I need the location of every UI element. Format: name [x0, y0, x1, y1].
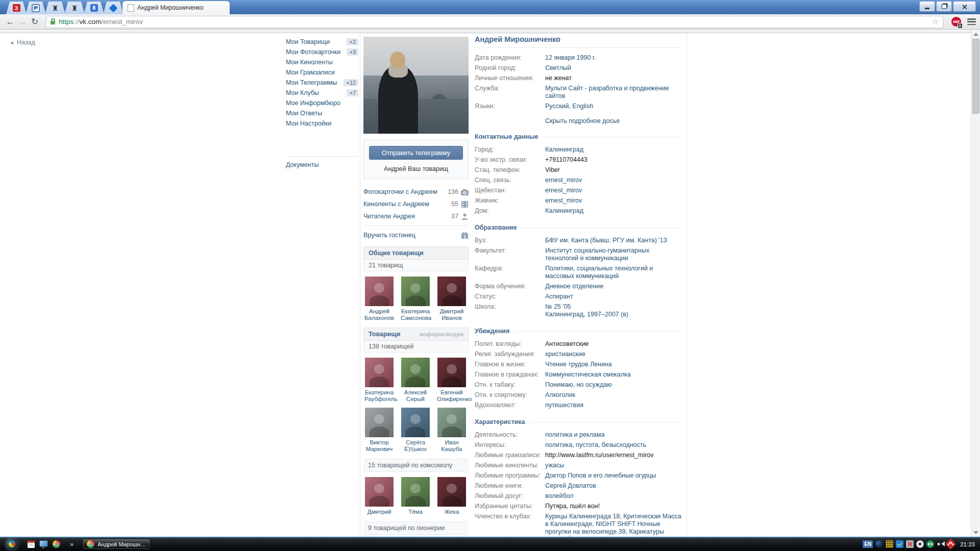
sidebar-menu-item[interactable]: Мои Киноленты — [286, 57, 358, 67]
info-value[interactable]: политика и реклама — [545, 431, 682, 439]
language-indicator[interactable]: EN — [863, 540, 873, 548]
hide-details-link[interactable]: Скрыть подробное досье — [545, 117, 682, 125]
grid-tray-icon[interactable] — [886, 540, 893, 548]
address-bar[interactable]: https :// vk.com /ernest_mirov ☆ — [46, 16, 943, 28]
back-nav-button[interactable]: ← — [4, 16, 16, 28]
start-button[interactable] — [4, 538, 19, 551]
info-value[interactable]: ernest_mirov — [545, 197, 682, 205]
send-telegram-button[interactable]: Отправить телеграмму — [369, 146, 463, 160]
info-value[interactable]: политика, пустота, безысходность — [545, 441, 682, 449]
info-value[interactable]: путешествия — [545, 402, 682, 409]
info-value[interactable]: Светлый — [545, 64, 682, 72]
friend-card[interactable]: ЕкатеринаСамсонова — [401, 277, 430, 321]
chrome-icon[interactable] — [53, 540, 60, 548]
info-value[interactable]: № 25 '05 Калининград, 1997–2007 (в) — [545, 303, 682, 318]
info-value[interactable]: БФУ им. Канта (бывш. РГУ им. Канта) '13 — [545, 237, 682, 244]
info-label: Религ. заблуждения: — [475, 350, 545, 358]
scroll-up-arrow[interactable] — [973, 33, 978, 36]
taskbar-window-button[interactable]: Андрей Мирошничен... — [83, 539, 150, 549]
info-value[interactable]: Политики, социальных технологий и массов… — [545, 265, 682, 280]
adblock-extension-icon[interactable]: ABP 8 — [951, 17, 961, 27]
scrollbar-thumb[interactable] — [972, 39, 979, 114]
info-value[interactable]: 12 января 1990 г. — [545, 54, 682, 62]
info-value[interactable]: Калининград — [545, 207, 682, 215]
antivirus-eye-tray-icon[interactable] — [926, 540, 934, 548]
dropbox-tray-icon[interactable] — [896, 540, 903, 548]
page-scrollbar[interactable] — [971, 30, 980, 537]
friend-card[interactable]: АлексейСерый — [401, 358, 430, 403]
browser-menu-button[interactable] — [967, 18, 976, 25]
updown-arrows-tray-icon[interactable] — [945, 539, 956, 549]
friend-card[interactable]: ДмитрийИванов — [437, 277, 467, 321]
info-value[interactable]: Русский, English — [545, 103, 682, 110]
sidebar-menu-item[interactable]: Мои Грамзаписи — [286, 67, 358, 78]
photos-counter[interactable]: Фотокарточки с Андреем 136 — [363, 186, 469, 198]
info-value[interactable]: Сергей Довлатов — [545, 482, 682, 490]
network-error-tray-icon[interactable] — [906, 540, 914, 548]
info-value[interactable]: Калининград — [545, 146, 682, 154]
info-value[interactable]: Мульти Сайт - разработка и продвижение с… — [545, 85, 682, 100]
sidebar-menu-footer: Документы — [286, 153, 358, 170]
friend-card[interactable]: ЕвгенийОлифиренко — [437, 358, 467, 403]
gift-link[interactable]: Вручить гостинец — [363, 229, 469, 241]
friend-card[interactable]: Жека — [437, 477, 467, 515]
info-value[interactable]: ужасы — [545, 462, 682, 469]
sidebar-item-documents[interactable]: Документы — [286, 160, 358, 170]
restore-button[interactable] — [936, 1, 952, 12]
info-value[interactable]: ernest_mirov — [545, 177, 682, 184]
info-value[interactable]: Курицы Калининграда 18, Критическая Масс… — [545, 513, 682, 538]
sidebar-menu-item[interactable]: Мои Фотокарточки +3 — [286, 47, 358, 57]
friend-card[interactable]: Тёма — [401, 477, 430, 515]
disc-tray-icon[interactable] — [916, 540, 924, 548]
info-row: Факультет: Институт социально-гуманитарн… — [475, 245, 682, 263]
sidebar-menu-item[interactable]: Мои Настройки — [286, 118, 358, 129]
back-link[interactable]: ◄Назад — [9, 39, 35, 46]
followers-counter[interactable]: Читатели Андрея 37 — [363, 210, 469, 222]
info-value[interactable]: Понимаю, но осуждаю — [545, 381, 682, 389]
sidebar-menu-item[interactable]: Мои Товарищи +2 — [286, 37, 358, 47]
info-value[interactable]: Алкоголик — [545, 391, 682, 399]
calendar-icon[interactable] — [28, 541, 35, 548]
sidebar-menu-item[interactable]: Мои Клубы +7 — [286, 88, 358, 98]
info-value[interactable]: волейбол — [545, 492, 682, 500]
info-value[interactable]: Институт социально-гуманитарных технолог… — [545, 247, 682, 262]
friend-card[interactable]: АндрейБалахонов — [364, 277, 394, 321]
info-value[interactable]: Дневное отделение — [545, 283, 682, 290]
info-value[interactable]: Коммунистическая смекалка — [545, 371, 682, 379]
info-value[interactable]: христианские — [545, 350, 682, 358]
info-value[interactable]: Чтение трудов Ленина — [545, 361, 682, 368]
active-tab[interactable]: Андрей Мирошниченко — [122, 1, 230, 14]
friend-card[interactable]: ВикторМаркович — [364, 408, 394, 453]
pinned-tab-4[interactable]: ♜ — [64, 2, 85, 14]
friend-card[interactable]: ИванКашуба — [437, 408, 467, 453]
reload-button[interactable]: ↻ — [29, 16, 41, 28]
bookmark-star-icon[interactable]: ☆ — [932, 17, 939, 27]
taskbar-clock[interactable]: 21:23 — [960, 541, 975, 547]
volume-tray-icon[interactable] — [937, 540, 944, 548]
close-button[interactable] — [953, 1, 976, 12]
friend-card[interactable]: Дмитрий — [364, 477, 394, 515]
overflow-chevron-icon[interactable]: » — [70, 540, 74, 548]
tab-informsvodki[interactable]: информсводки — [420, 331, 464, 337]
pinned-tab-6[interactable] — [103, 2, 124, 14]
pinned-tab-3[interactable]: ♜ — [45, 2, 65, 14]
info-value[interactable]: ernest_mirov — [545, 187, 682, 194]
friend-card[interactable]: ЕкатеринаРаубфогель — [364, 358, 394, 403]
forward-nav-button[interactable]: → — [16, 16, 29, 28]
pinned-tab-1[interactable]: З — [6, 2, 27, 14]
profile-photo[interactable] — [363, 37, 469, 134]
pinned-tab-5[interactable]: 8 — [84, 2, 104, 14]
sphere-tray-icon[interactable] — [875, 540, 883, 548]
friend-card[interactable]: СерёгаЁ)!(ыкov — [401, 408, 430, 453]
sidebar-menu-item[interactable]: Мои Ответы — [286, 108, 358, 118]
sidebar-menu-item[interactable]: Мои Телеграммы +12 — [286, 78, 358, 88]
sidebar-menu-item[interactable]: Мое Информбюро — [286, 98, 358, 108]
scroll-down-arrow[interactable] — [973, 531, 978, 534]
display-icon[interactable] — [39, 540, 48, 547]
info-value[interactable]: Доктор Попов и его лечебные огурцы — [545, 472, 682, 480]
videos-counter[interactable]: Киноленты с Андреем 55 — [363, 198, 469, 210]
minimize-button[interactable] — [919, 1, 935, 12]
pinned-tab-2[interactable] — [26, 2, 46, 14]
info-value[interactable]: Аспирант — [545, 293, 682, 300]
info-label: Главное в гражданах: — [475, 371, 545, 379]
